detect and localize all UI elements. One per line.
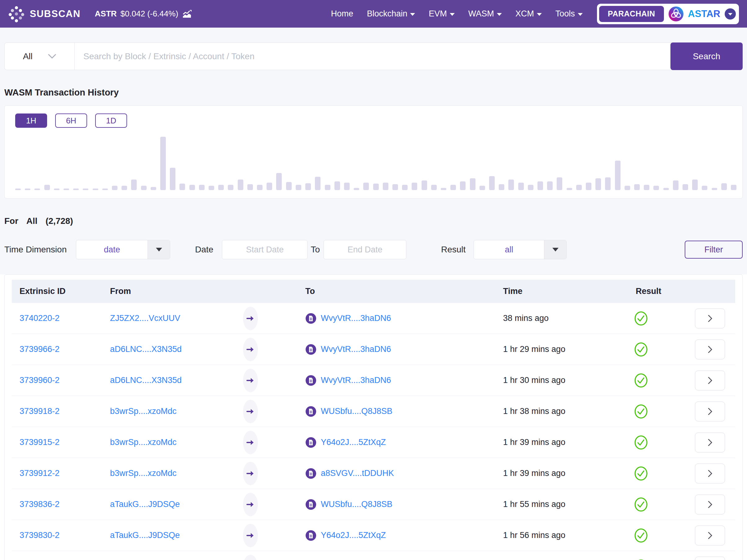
chart-bar: [305, 183, 311, 190]
extrinsic-id-link[interactable]: 3739915-2: [20, 437, 59, 447]
to-contract-link[interactable]: WvyVtR....3haDN6: [321, 345, 391, 354]
nav-item-xcm[interactable]: XCM: [515, 9, 542, 19]
chart-bar: [334, 181, 340, 190]
chart-bar: [15, 188, 21, 190]
row-detail-button[interactable]: [695, 371, 725, 390]
from-account-link[interactable]: b3wrSp....xzoMdc: [110, 437, 177, 447]
from-account-link[interactable]: ZJ5ZX2....VcxUUV: [110, 313, 180, 323]
chart-bar: [179, 183, 185, 190]
range-button-6h[interactable]: 6H: [55, 113, 87, 128]
end-date-input[interactable]: [324, 240, 406, 259]
search-input[interactable]: [75, 43, 671, 70]
chart-bar: [489, 176, 495, 190]
row-detail-button[interactable]: [695, 494, 725, 514]
parachain-button[interactable]: PARACHAIN: [599, 6, 664, 22]
chart-bar: [421, 180, 427, 190]
token-ticker: ASTR $0.042 (-6.44%): [95, 9, 192, 19]
network-dropdown-button[interactable]: [725, 8, 736, 20]
row-detail-button[interactable]: [695, 308, 725, 328]
start-date-input[interactable]: [222, 240, 307, 259]
success-check-icon: [634, 466, 648, 481]
chevron-down-icon: [48, 54, 56, 59]
table-row: 3740220-2 ZJ5ZX2....VcxUUV WvyVtR....3ha…: [12, 303, 735, 334]
chart-bar: [276, 173, 282, 190]
nav-item-wasm[interactable]: WASM: [468, 9, 502, 19]
row-detail-button[interactable]: [695, 339, 725, 359]
time-dimension-select[interactable]: date: [76, 240, 170, 259]
result-label: Result: [441, 245, 466, 255]
chart-bar: [266, 183, 272, 190]
time-dimension-label: Time Dimension: [4, 245, 67, 255]
from-account-link[interactable]: aD6LNC....X3N35d: [110, 376, 182, 385]
row-detail-button[interactable]: [695, 463, 725, 483]
brand-name: SUBSCAN: [30, 8, 81, 20]
table-body: 3740220-2 ZJ5ZX2....VcxUUV WvyVtR....3ha…: [12, 303, 735, 560]
date-label: Date: [195, 245, 213, 255]
to-contract-link[interactable]: Y64o2J....5ZtXqZ: [321, 531, 386, 540]
brand[interactable]: SUBSCAN: [8, 6, 81, 22]
price-chart-icon[interactable]: [182, 9, 192, 19]
from-account-link[interactable]: b3wrSp....xzoMdc: [110, 407, 177, 416]
search-category-select[interactable]: All: [5, 43, 74, 70]
from-account-link[interactable]: aTaukG....J9DSQe: [110, 531, 180, 540]
chart-bar: [141, 186, 147, 190]
dropdown-arrow-icon: [148, 240, 170, 259]
extrinsic-id-link[interactable]: 3739836-2: [20, 500, 59, 509]
to-contract-link[interactable]: WUSbfu....Q8J8SB: [321, 500, 392, 509]
nav-item-tools[interactable]: Tools: [556, 9, 583, 19]
table-header-row: Extrinsic ID From To Time Result: [12, 280, 735, 303]
chart-bar: [189, 185, 195, 190]
row-detail-button[interactable]: [695, 402, 725, 422]
chevron-down-icon: [497, 13, 502, 16]
transactions-table: Extrinsic ID From To Time Result 3740220…: [4, 274, 743, 560]
from-account-link[interactable]: b3wrSp....xzoMdc: [110, 468, 177, 478]
chart-bar: [344, 183, 350, 190]
chart-bar: [595, 178, 601, 190]
success-check-icon: [634, 342, 648, 357]
from-account-link[interactable]: aTaukG....J9DSQe: [110, 500, 180, 509]
chart-bar: [663, 188, 669, 190]
network-selector: PARACHAIN ASTAR: [597, 4, 739, 24]
chart-bar: [431, 185, 437, 190]
nav-item-evm[interactable]: EVM: [429, 9, 455, 19]
token-symbol: ASTR: [95, 9, 117, 19]
chart-bar: [199, 185, 205, 190]
time-dimension-value: date: [76, 240, 148, 259]
search-button[interactable]: Search: [670, 43, 743, 70]
extrinsic-id-link[interactable]: 3739966-2: [20, 345, 59, 354]
row-detail-button[interactable]: [695, 526, 725, 545]
row-detail-button[interactable]: [695, 557, 725, 560]
contract-icon: [305, 406, 316, 417]
row-detail-button[interactable]: [695, 433, 725, 452]
chart-bar: [54, 188, 59, 190]
contract-icon: [305, 437, 316, 448]
range-button-1d[interactable]: 1D: [95, 113, 127, 128]
to-contract-link[interactable]: a8SVGV....tDDUHK: [321, 468, 394, 478]
filter-button[interactable]: Filter: [685, 240, 743, 259]
to-contract-link[interactable]: WvyVtR....3haDN6: [321, 376, 391, 385]
nav-item-home[interactable]: Home: [331, 9, 353, 19]
to-contract-link[interactable]: Y64o2J....5ZtXqZ: [321, 437, 386, 447]
result-select[interactable]: all: [473, 240, 567, 259]
extrinsic-id-link[interactable]: 3739918-2: [20, 407, 59, 416]
extrinsic-id-link[interactable]: 3739912-2: [20, 468, 59, 478]
extrinsic-id-link[interactable]: 3739830-2: [20, 531, 59, 540]
chart-bar: [122, 186, 127, 190]
to-contract-link[interactable]: WUSbfu....Q8J8SB: [321, 407, 392, 416]
chart-bar: [692, 180, 698, 190]
table-row: 3739830-2 aTaukG....J9DSQe Y64o2J....5Zt…: [12, 520, 735, 551]
nav-item-blockchain[interactable]: Blockchain: [367, 9, 415, 19]
chart-bar: [383, 183, 388, 190]
extrinsic-id-link[interactable]: 3739960-2: [20, 376, 59, 385]
to-contract-link[interactable]: WvyVtR....3haDN6: [321, 313, 391, 323]
from-account-link[interactable]: aD6LNC....X3N35d: [110, 345, 182, 354]
range-button-1h[interactable]: 1H: [15, 113, 47, 128]
extrinsic-id-link[interactable]: 3740220-2: [20, 313, 59, 323]
arrow-right-icon: [246, 407, 255, 415]
chart-bar: [228, 185, 233, 190]
time-range-buttons: 1H 6H 1D: [15, 113, 732, 128]
contract-icon: [305, 375, 316, 386]
transfer-direction-badge: [243, 524, 258, 547]
success-check-icon: [634, 435, 648, 450]
column-header-from: From: [102, 286, 230, 296]
